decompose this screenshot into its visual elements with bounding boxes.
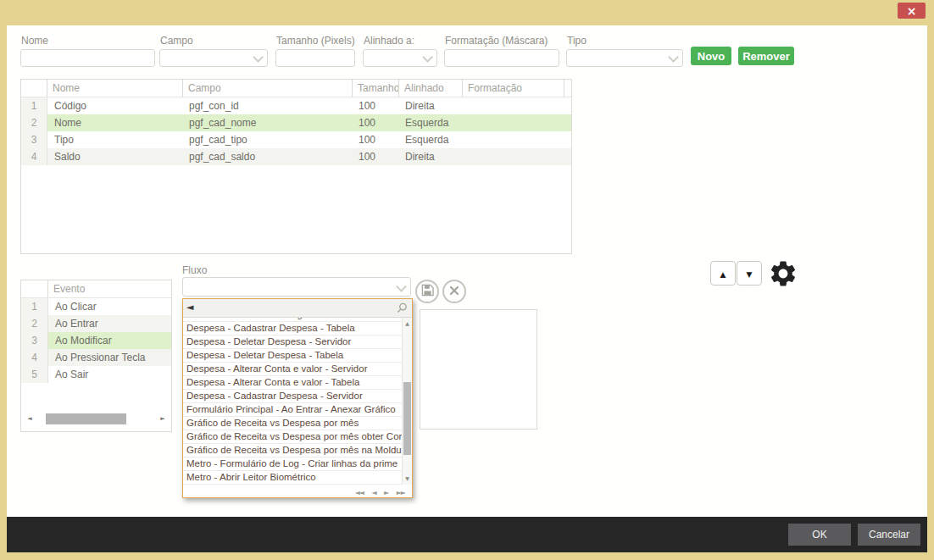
flow-description-box <box>420 309 537 430</box>
dropdown-item[interactable]: Formulário Principal - Ao Entrar - Anexa… <box>183 403 402 417</box>
table-row-selected[interactable]: 2 Nome pgf_cad_nome 100 Esquerda <box>21 114 571 131</box>
cell-tamanho: 100 <box>352 148 398 165</box>
cell-nome: Saldo <box>47 148 182 165</box>
scroll-down-icon[interactable]: ▼ <box>403 474 412 484</box>
row-number: 5 <box>21 366 48 383</box>
chevron-down-icon <box>397 283 404 291</box>
event-row-selected[interactable]: 3 Ao Modificar <box>21 332 171 349</box>
dropdown-pager: ◄◄ ◄ ► ►► <box>183 484 412 497</box>
move-up-button[interactable]: ▲ <box>710 261 736 286</box>
fluxo-dropdown: ◄ Criar Gráfico de Porcentagem na Moldur… <box>182 298 413 498</box>
event-label: Ao Pressionar Tecla <box>48 349 171 366</box>
horizontal-scrollbar[interactable]: ◄ ► <box>25 413 167 424</box>
dropdown-item[interactable]: Gráfico de Receita vs Despesa por mês ob… <box>183 430 402 444</box>
header-tamanho: Tamanho <box>352 80 398 97</box>
event-label: Ao Sair <box>48 366 171 383</box>
table-row[interactable]: 4 Saldo pgf_cad_saldo 100 Direita <box>21 148 571 165</box>
row-number: 2 <box>21 315 48 332</box>
cell-campo: pgf_cad_tipo <box>182 131 352 148</box>
dropdown-item[interactable]: Despesa - Cadastrar Despesa - Servidor <box>183 390 402 403</box>
footer-bar: OK Cancelar <box>7 517 927 552</box>
tamanho-input[interactable] <box>275 49 355 67</box>
dialog-content: Nome Campo Tamanho (Pixels) Alinhado a: … <box>7 25 927 517</box>
cell-alinhado: Esquerda <box>398 131 462 148</box>
alinhado-select[interactable] <box>363 49 437 67</box>
scrollbar-thumb[interactable] <box>403 382 411 455</box>
cell-campo: pgf_con_id <box>182 97 352 114</box>
table-row[interactable]: 3 Tipo pgf_cad_tipo 100 Esquerda <box>21 131 571 148</box>
novo-button[interactable]: Novo <box>691 47 731 65</box>
dialog-window: × Nome Campo Tamanho (Pixels) Alinhado a… <box>0 0 934 560</box>
row-number: 4 <box>21 349 48 366</box>
cell-nome: Código <box>47 97 182 114</box>
remover-button[interactable]: Remover <box>738 47 794 65</box>
dropdown-item[interactable]: Gráfico de Receita vs Despesa por mês na… <box>183 444 402 457</box>
dropdown-list: Criar Gráfico de Porcentagem na Moldura … <box>183 318 412 485</box>
columns-table-header: Nome Campo Tamanho Alinhado Formatação <box>21 80 571 97</box>
formatacao-input[interactable] <box>444 49 559 67</box>
row-number: 1 <box>21 97 47 114</box>
first-page-icon[interactable]: ◄◄ <box>355 489 364 496</box>
move-down-button[interactable]: ▼ <box>737 261 762 286</box>
fluxo-select[interactable] <box>182 277 411 297</box>
events-table: Evento 1 Ao Clicar 2 Ao Entrar 3 Ao Modi… <box>20 280 172 432</box>
field-alinhado: Alinhado a: <box>363 35 437 67</box>
scroll-up-icon[interactable]: ▲ <box>403 319 412 329</box>
cell-alinhado: Esquerda <box>398 114 462 131</box>
cell-alinhado: Direita <box>398 148 462 165</box>
event-label: Ao Modificar <box>48 332 171 349</box>
tipo-label: Tipo <box>567 35 683 47</box>
back-arrow-icon[interactable]: ◄ <box>186 302 193 313</box>
cell-tamanho: 100 <box>352 131 398 148</box>
dropdown-item[interactable]: Gráfico de Receita vs Despesa por mês <box>183 417 402 430</box>
campo-label: Campo <box>160 35 268 47</box>
dropdown-item[interactable]: Metro - Formulário de Log - Criar linhas… <box>183 457 402 471</box>
scrollbar-thumb[interactable] <box>46 413 126 424</box>
dropdown-item[interactable]: Despesa - Deletar Despesa - Tabela <box>183 349 402 363</box>
columns-table: Nome Campo Tamanho Alinhado Formatação 1… <box>20 79 572 254</box>
row-number: 2 <box>21 114 47 131</box>
cell-campo: pgf_cad_nome <box>182 114 352 131</box>
dropdown-search-bar[interactable]: ◄ <box>183 299 412 318</box>
prev-page-icon[interactable]: ◄ <box>371 489 375 496</box>
cell-formatacao <box>462 148 564 165</box>
cell-campo: pgf_cad_saldo <box>182 148 352 165</box>
campo-select[interactable] <box>159 49 268 67</box>
dropdown-item[interactable]: Despesa - Alterar Conta e valor - Servid… <box>183 363 402 376</box>
row-number: 3 <box>21 131 47 148</box>
table-row[interactable]: 1 Código pgf_con_id 100 Direita <box>21 97 571 114</box>
dropdown-item[interactable]: Despesa - Deletar Despesa - Servidor <box>183 335 402 349</box>
save-flow-button[interactable] <box>415 280 439 303</box>
next-page-icon[interactable]: ► <box>384 489 388 496</box>
event-row[interactable]: 2 Ao Entrar <box>21 315 171 332</box>
cell-formatacao <box>462 97 564 114</box>
row-number: 3 <box>21 332 48 349</box>
cancel-button[interactable]: Cancelar <box>858 524 920 546</box>
scroll-left-icon[interactable]: ◄ <box>25 413 34 424</box>
header-alinhado: Alinhado <box>398 80 462 97</box>
row-number: 4 <box>21 148 47 165</box>
dropdown-item[interactable]: Despesa - Alterar Conta e valor - Tabela <box>183 376 402 390</box>
formatacao-label: Formatação (Máscara) <box>445 35 559 47</box>
nome-input[interactable] <box>20 49 155 67</box>
settings-gear-icon[interactable] <box>768 258 798 289</box>
cancel-flow-button[interactable] <box>442 280 466 303</box>
header-evento: Evento <box>48 280 171 297</box>
last-page-icon[interactable]: ►► <box>397 489 405 496</box>
event-row[interactable]: 5 Ao Sair <box>21 366 171 383</box>
vertical-scrollbar[interactable]: ▲ ▼ <box>402 318 412 485</box>
header-rownum <box>21 80 47 97</box>
header-rownum <box>21 280 48 297</box>
save-icon <box>421 284 434 299</box>
dropdown-item[interactable]: Metro - Abrir Leitor Biométrico <box>183 471 402 485</box>
row-number: 1 <box>21 298 48 315</box>
scroll-right-icon[interactable]: ► <box>158 413 167 424</box>
dropdown-item[interactable]: Despesa - Cadastrar Despesa - Tabela <box>183 322 402 335</box>
tipo-select[interactable] <box>566 49 683 67</box>
ok-button[interactable]: OK <box>788 524 851 546</box>
close-button[interactable]: × <box>898 3 926 19</box>
event-row[interactable]: 4 Ao Pressionar Tecla <box>21 349 171 366</box>
event-row[interactable]: 1 Ao Clicar <box>21 298 171 315</box>
header-nome: Nome <box>47 80 182 97</box>
chevron-down-icon <box>669 53 676 61</box>
